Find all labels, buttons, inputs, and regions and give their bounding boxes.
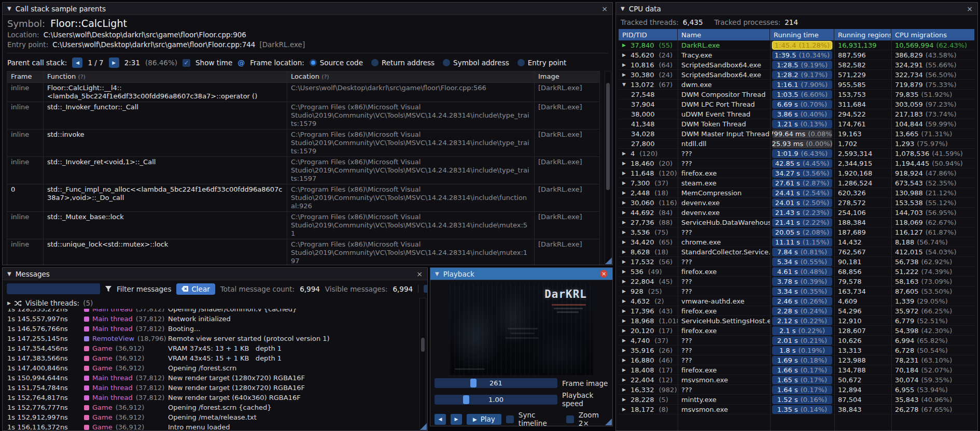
message-row[interactable]: 1s 151,754,784nsMain thread(37,812)New r… bbox=[7, 383, 427, 393]
frame-image[interactable]: DarKRL bbox=[450, 283, 593, 375]
expand-icon[interactable]: ▶ bbox=[622, 190, 628, 195]
cpu-process-row[interactable]: ▶17,396(43)firefox.exe2.28 s(0.24%)54,29… bbox=[619, 306, 975, 316]
cpu-process-row[interactable]: ▶18,968(1,018)ServiceHub.SettingsHost.ex… bbox=[619, 316, 975, 326]
frame-location-option[interactable]: Source code bbox=[310, 59, 363, 67]
messages-option-checkbox[interactable] bbox=[424, 285, 427, 293]
zoom-checkbox[interactable] bbox=[566, 415, 574, 423]
cpu-process-row[interactable]: ▶27,736(88)ServiceHub.DataWarehouseHost.… bbox=[619, 218, 975, 227]
message-row[interactable]: 1s 146,576,766nsMain thread(37,812)Booti… bbox=[7, 324, 427, 334]
resize-grip[interactable] bbox=[420, 423, 427, 430]
expand-icon[interactable]: ▶ bbox=[622, 52, 628, 58]
cpu-process-row[interactable]: ▶18,460(20)???42.85 s(4.45%)2,344,9151,1… bbox=[619, 159, 975, 168]
expand-icon[interactable]: ▶ bbox=[622, 229, 628, 235]
message-row[interactable]: 1s 150,994,644nsMain thread(37,812)New r… bbox=[7, 373, 427, 383]
radio-icon[interactable] bbox=[371, 59, 379, 66]
callstack-frame-row[interactable]: inlinestd::unique_lock<std::mutex>::lock… bbox=[7, 239, 600, 265]
expand-icon[interactable]: ▶ bbox=[622, 289, 628, 294]
collapse-icon[interactable]: ▼ bbox=[7, 271, 11, 277]
cpu-process-row[interactable]: ▶18,408(17)firefox.exe1.66 s(0.17%)134,7… bbox=[619, 365, 975, 375]
expand-icon[interactable]: ▶ bbox=[622, 308, 628, 313]
collapse-icon[interactable]: ▼ bbox=[621, 6, 625, 11]
play-button[interactable]: ▶ Play bbox=[467, 414, 501, 425]
callstack-frame-row[interactable]: inlinestd::_Mutex_base::lockC:\Program F… bbox=[7, 212, 600, 239]
expand-icon[interactable]: ▶ bbox=[622, 259, 628, 264]
cpu-process-row[interactable]: ▶45,620(24)Tracy.exe1:39.5(10.34%)887,59… bbox=[619, 50, 975, 60]
callstack-frame-row[interactable]: inlinestd::_Invoker_functor::_CallC:\Pro… bbox=[7, 102, 600, 130]
expand-icon[interactable]: ▶ bbox=[622, 220, 628, 225]
close-icon[interactable]: × bbox=[600, 270, 608, 278]
frame-location-option[interactable]: Entry point bbox=[517, 59, 567, 67]
cpu-process-row[interactable]: ▶10,816(64)ScriptedSandbox64.exe1:28.5(9… bbox=[619, 60, 975, 70]
message-row[interactable]: 1s 156,116,372nsGame(36,912)Intro menu l… bbox=[7, 422, 427, 430]
expand-icon[interactable]: ▶ bbox=[622, 367, 628, 372]
radio-icon[interactable] bbox=[517, 59, 525, 66]
message-row[interactable]: 1s 147,400,846nsGame(36,912)Opening /for… bbox=[7, 363, 427, 373]
column-header-running-time[interactable]: Running time bbox=[770, 29, 834, 40]
expand-icon[interactable]: ▶ bbox=[7, 300, 11, 306]
cpu-process-row[interactable]: ▶35,916(26)???1.8 s(0.19%)13,3136,728(50… bbox=[619, 346, 975, 355]
expand-icon[interactable]: ▶ bbox=[622, 210, 628, 215]
cpu-process-row[interactable]: 34,028DWM Master Input Thread799.64 ms(0… bbox=[619, 129, 975, 139]
close-icon[interactable]: × bbox=[601, 5, 608, 12]
collapse-icon[interactable]: ▼ bbox=[7, 6, 11, 11]
message-row[interactable]: 1s 152,912,997nsGame(36,912)Opening /met… bbox=[7, 412, 427, 422]
cpu-process-row[interactable]: ▶28,228(5)mintty.exe1.52 s(0.16%)87,5043… bbox=[619, 395, 975, 405]
callstack-scrollbar[interactable] bbox=[605, 71, 611, 264]
cpu-process-row[interactable]: ▶30,060(116)devenv.exe24.01 s(2.50%)278,… bbox=[619, 198, 975, 208]
message-filter-input[interactable] bbox=[7, 283, 100, 294]
scrollbar-thumb[interactable] bbox=[606, 83, 610, 190]
cpu-process-row[interactable]: ▶37,840(55)DarkRL.exe1:45.4(11.28%)16,93… bbox=[619, 40, 975, 50]
cpu-process-row[interactable]: ▼13,072(67)dwm.exe1:16.1(7.90%)955,58571… bbox=[619, 80, 975, 90]
close-icon[interactable]: × bbox=[416, 270, 423, 278]
expand-icon[interactable]: ▶ bbox=[622, 377, 628, 382]
sync-timeline-checkbox[interactable] bbox=[506, 415, 514, 423]
message-row[interactable]: 1s 147,255,145nsRemoteView(18,796)Remote… bbox=[7, 334, 427, 343]
cpu-process-row[interactable]: ▶18,172(8)msvsmon.exe1.35 s(0.14%)38,843… bbox=[619, 405, 975, 414]
show-time-checkbox[interactable]: ✓ bbox=[183, 59, 190, 67]
resize-grip[interactable] bbox=[605, 419, 612, 425]
message-row[interactable]: 1s 145,557,997nsMain thread(37,812)Netwo… bbox=[7, 314, 427, 324]
cpu-process-row[interactable]: 41,348DWM Token Thread1.21 s(0.13%)174,7… bbox=[619, 119, 975, 129]
expand-icon[interactable]: ▶ bbox=[622, 180, 628, 185]
expand-icon[interactable]: ▶ bbox=[622, 357, 628, 363]
cpu-process-row[interactable]: ▶20,120(17)firefox.exe2.1 s(0.22%)128,60… bbox=[619, 326, 975, 336]
resize-grip[interactable] bbox=[605, 257, 612, 264]
cpu-process-row[interactable]: ▶30,380(24)ScriptedSandbox64.exe1:28.2(9… bbox=[619, 70, 975, 80]
expand-icon[interactable]: ▶ bbox=[622, 62, 628, 67]
expand-icon[interactable]: ▶ bbox=[622, 387, 628, 392]
scrollbar-thumb[interactable] bbox=[421, 338, 425, 352]
expand-icon[interactable]: ▶ bbox=[622, 170, 628, 176]
cpu-process-row[interactable]: ▶3,536(75)???20.05 s(2.08%)187,689116,12… bbox=[619, 227, 975, 237]
callstack-frame-row[interactable]: inlinestd::_Invoker_ret<void,1>::_CallC:… bbox=[7, 157, 600, 184]
frame-image-slider[interactable]: 261 bbox=[435, 378, 557, 388]
cpu-process-row[interactable]: ▶16,880(46)???1.69 s(0.18%)123,98878,231… bbox=[619, 355, 975, 365]
cpu-process-row[interactable]: 27,800ntdll.dll25.93 ms(0.00%)1,7021,293… bbox=[619, 139, 975, 149]
visible-threads-row[interactable]: ▶ Visible threads: (5) bbox=[3, 297, 427, 309]
cpu-process-row[interactable]: ▶22,804(45)???3.78 s(0.39%)79,57858,163(… bbox=[619, 277, 975, 286]
cpu-process-row[interactable]: ▶44,692(84)devenv.exe21.43 s(2.23%)254,1… bbox=[619, 208, 975, 218]
collapse-icon[interactable]: ▼ bbox=[622, 82, 628, 87]
collapse-icon[interactable]: ▼ bbox=[435, 271, 439, 277]
expand-icon[interactable]: ▶ bbox=[622, 338, 628, 343]
expand-icon[interactable]: ▶ bbox=[622, 249, 628, 254]
prev-frame-button[interactable]: ◀ bbox=[435, 414, 446, 425]
cpu-process-row[interactable]: ▶7,300(37)steam.exe27.61 s(2.87%)1,286,5… bbox=[619, 178, 975, 188]
cpu-process-row[interactable]: ▶536(49)firefox.exe4.61 s(0.48%)68,85651… bbox=[619, 267, 975, 277]
frame-location-option[interactable]: Symbol address bbox=[443, 59, 509, 67]
cpu-process-row[interactable]: ▶4,632(2)vmware-authd.exe2.46 s(0.26%)4,… bbox=[619, 296, 975, 306]
close-icon[interactable]: × bbox=[967, 5, 973, 12]
cpu-process-row[interactable]: ▶11,648(120)firefox.exe34.27 s(3.56%)1,9… bbox=[619, 168, 975, 178]
expand-icon[interactable]: ▶ bbox=[622, 328, 628, 333]
expand-icon[interactable]: ▶ bbox=[622, 161, 628, 166]
expand-icon[interactable]: ▶ bbox=[622, 151, 628, 156]
column-header-cpu-migrations[interactable]: CPU migrations bbox=[891, 29, 975, 40]
radio-icon[interactable] bbox=[310, 59, 317, 66]
column-header-name[interactable]: Name bbox=[678, 29, 770, 40]
column-header-running-regions[interactable]: Running regions bbox=[834, 29, 891, 40]
column-header-pid-tid[interactable]: PID/TID bbox=[619, 29, 678, 40]
next-stack-button[interactable]: ▶ bbox=[109, 58, 119, 68]
cpu-process-row[interactable]: ▶34,420(65)chrome.exe11.11 s(1.15%)14,43… bbox=[619, 237, 975, 247]
expand-icon[interactable]: ▶ bbox=[622, 397, 628, 402]
expand-icon[interactable]: ▶ bbox=[622, 348, 628, 353]
cpu-process-row[interactable]: ▶17,532(56)???5.34 s(0.55%)90,18156,738(… bbox=[619, 257, 975, 267]
